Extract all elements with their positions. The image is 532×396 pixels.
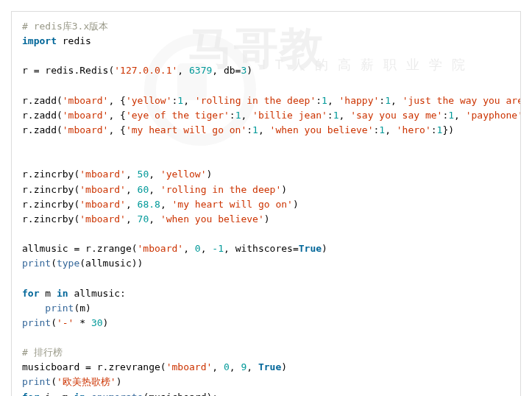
code-line: musicboard = r.zrevrange('mboard', 0, 9,…	[22, 361, 287, 372]
code-line: r.zadd('mboard', {'eye of the tiger':1, …	[22, 110, 521, 121]
code-line: print(type(allmusic))	[22, 258, 143, 269]
code-comment: # redis库3.x版本	[22, 21, 108, 32]
code-line: r = redis.Redis('127.0.0.1', 6379, db=3)	[22, 65, 252, 76]
code-line: for i, m in enumerate(musicboard):	[22, 392, 218, 396]
code-line: r.zincrby('mboard', 50, 'yellow')	[22, 169, 212, 180]
code-content: # redis库3.x版本 import redis r = redis.Red…	[22, 19, 510, 396]
code-line: for m in allmusic:	[22, 288, 126, 299]
code-line: print('欧美热歌榜')	[22, 376, 121, 387]
code-line: r.zincrby('mboard', 60, 'rolling in the …	[22, 184, 287, 195]
module-name: redis	[63, 35, 91, 46]
code-line: r.zincrby('mboard', 70, 'when you believ…	[22, 213, 270, 224]
code-line: print(m)	[45, 303, 91, 314]
code-line: allmusic = r.zrange('mboard', 0, -1, wit…	[22, 243, 327, 254]
keyword-import: import	[22, 35, 57, 46]
code-line: print('-' * 30)	[22, 317, 108, 328]
code-line: r.zincrby('mboard', 68.8, 'my heart will…	[22, 199, 299, 210]
code-block: 马哥教 I T 人 的 高 薪 职 业 学 院 # redis库3.x版本 im…	[11, 11, 521, 396]
code-line: r.zadd('mboard', {'yellow':1, 'rolling i…	[22, 95, 521, 106]
code-comment: # 排行榜	[22, 347, 63, 358]
code-line: r.zadd('mboard', {'my heart will go on':…	[22, 124, 454, 135]
